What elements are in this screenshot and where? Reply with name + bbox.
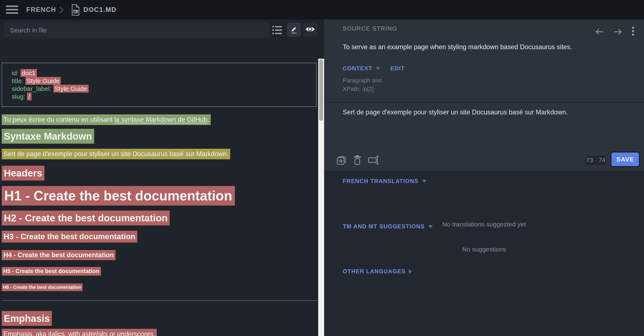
segment-heading-h1[interactable]: H1 - Create the best documentation (2, 186, 235, 206)
frontmatter-line: slug:/ (12, 93, 316, 100)
source-string-section: SOURCE STRING To serve as an example pag… (324, 20, 644, 171)
search-input[interactable] (4, 22, 270, 38)
delete-translation-icon[interactable] (353, 155, 362, 166)
section-divider (324, 102, 644, 103)
markdown-syntax-link[interactable]: la syntaxe Markdown de GitHub (114, 116, 207, 123)
chevron-down-icon (422, 180, 426, 183)
next-string-arrow-icon[interactable] (613, 23, 623, 39)
segment-heading-syntax[interactable]: Syntaxe Markdown (2, 129, 94, 144)
tm-mt-suggestions-section-header[interactable]: TM AND MT SUGGESTIONS (343, 223, 433, 230)
insert-tag-icon[interactable] (368, 155, 380, 166)
chevron-down-icon (428, 225, 433, 228)
context-element-type: Paragraph text (343, 77, 382, 84)
preview-mode-button[interactable] (303, 23, 317, 37)
insert-source-text-icon[interactable] (336, 155, 347, 166)
top-bar: FRENCH M↓ DOC1.MD (0, 0, 644, 20)
segment-paragraph-italics[interactable]: Emphasis, aka italics, with asterisks or… (2, 329, 157, 336)
eye-icon (305, 26, 315, 34)
segment-heading-h5[interactable]: H5 - Create the best documentation (2, 267, 101, 276)
segment-paragraph-selected[interactable]: Sert de page d'exemple pour styliser un … (2, 149, 230, 159)
horizontal-rule (2, 300, 317, 301)
document-scrollbar-thumb[interactable] (319, 59, 323, 121)
document-panel: id:doc1 title:Style Guide sidebar_label:… (0, 20, 324, 336)
segment-heading-h3[interactable]: H3 - Create the best documentation (2, 231, 137, 243)
document-scrollbar-track[interactable] (318, 59, 324, 336)
kebab-menu-icon[interactable] (632, 24, 634, 38)
segment-paragraph-intro[interactable]: Tu peux écrire du contenu en utilisant l… (2, 114, 211, 125)
other-languages-section-header[interactable]: OTHER LANGUAGES (343, 268, 412, 275)
breadcrumb-project[interactable]: FRENCH (26, 0, 56, 20)
segment-heading-h6[interactable]: H6 - Create the best documentation (2, 283, 82, 291)
frontmatter-line: title:Style Guide (12, 77, 316, 85)
french-translations-section-header[interactable]: FRENCH TRANSLATIONS (343, 178, 426, 185)
svg-text:M↓: M↓ (74, 10, 77, 13)
breadcrumb-file[interactable]: DOC1.MD (83, 0, 116, 20)
pencil-icon (290, 25, 298, 35)
segment-heading-h4[interactable]: H4 - Create the best documentation (2, 250, 116, 260)
segment-heading-h2[interactable]: H2 - Create the best documentation (2, 211, 170, 225)
source-string-title: SOURCE STRING (343, 26, 397, 32)
segment-heading-headers[interactable]: Headers (2, 166, 44, 181)
save-button[interactable]: SAVE (612, 152, 639, 166)
segment-frontmatter-sidebar-label[interactable]: Style Guide (53, 85, 89, 93)
segment-heading-emphasis[interactable]: Emphasis (2, 311, 52, 326)
frontmatter-block: id:doc1 title:Style Guide sidebar_label:… (2, 63, 316, 107)
context-dropdown[interactable]: CONTEXT (343, 65, 372, 72)
source-string-text: To serve as an example page when styling… (343, 43, 572, 51)
breadcrumb-chevron-icon (59, 6, 64, 15)
hamburger-menu-icon[interactable] (6, 6, 18, 14)
segment-frontmatter-slug[interactable]: / (27, 93, 31, 100)
frontmatter-line: sidebar_label:Style Guide (12, 85, 316, 93)
edit-mode-button[interactable] (287, 23, 301, 37)
segment-frontmatter-id[interactable]: doc1 (20, 69, 37, 77)
chevron-right-icon (409, 269, 412, 274)
document-content: id:doc1 title:Style Guide sidebar_label:… (0, 39, 318, 336)
segment-frontmatter-title[interactable]: Style Guide (26, 77, 61, 85)
edit-context-button[interactable]: EDIT (390, 65, 405, 72)
markdown-file-icon: M↓ (71, 4, 80, 17)
translation-panel: SOURCE STRING To serve as an example pag… (324, 20, 644, 336)
character-count-badge: 73 · 74 (586, 155, 606, 165)
search-box (4, 22, 270, 38)
tm-mt-suggestions-empty-text: No suggestions (324, 246, 644, 253)
app-screen: FRENCH M↓ DOC1.MD (0, 0, 644, 336)
frontmatter-line: id:doc1 (12, 69, 316, 77)
context-xpath: XPath: /p[2] (343, 86, 374, 92)
previous-string-arrow-icon[interactable] (594, 23, 604, 39)
segment-list-icon[interactable] (272, 24, 283, 36)
translation-textarea[interactable]: Sert de page d'exemple pour styliser un … (343, 108, 626, 147)
chevron-down-icon[interactable] (376, 67, 380, 70)
